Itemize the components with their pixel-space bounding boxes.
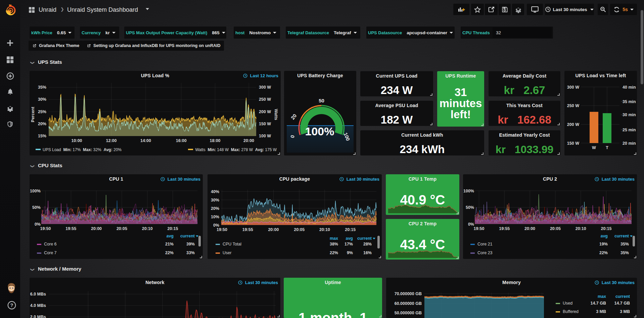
svg-text:40%: 40% (211, 189, 219, 194)
svg-text:max: max (330, 236, 338, 241)
svg-text:20:15: 20:15 (601, 226, 612, 231)
svg-text:39%: 39% (186, 242, 195, 246)
svg-text:Core 6: Core 6 (44, 242, 57, 246)
svg-text:22%: 22% (599, 251, 608, 255)
svg-text:100%: 100% (305, 125, 334, 138)
svg-text:33%: 33% (186, 251, 195, 255)
svg-text:20:00: 20:00 (91, 226, 102, 231)
svg-text:19%: 19% (599, 242, 608, 246)
svg-text:150 W: 150 W (259, 122, 271, 126)
svg-text:38%: 38% (330, 242, 338, 246)
svg-text:20:10: 20:10 (142, 226, 153, 231)
svg-text:50: 50 (319, 98, 324, 103)
svg-text:User: User (223, 251, 231, 255)
svg-text:20:00: 20:00 (524, 226, 535, 231)
svg-text:Used: Used (563, 301, 572, 306)
svg-text:14.7 GB: 14.7 GB (614, 301, 630, 306)
svg-text:200 W: 200 W (259, 109, 271, 114)
svg-text:2.0 MBs: 2.0 MBs (30, 315, 46, 318)
svg-text:current: current (614, 234, 629, 238)
svg-text:60.000000 GB: 60.000000 GB (395, 301, 422, 306)
svg-text:300 W: 300 W (567, 85, 579, 90)
svg-text:16%: 16% (363, 251, 372, 255)
svg-text:35 min: 35 min (623, 99, 636, 104)
svg-text:20:15: 20:15 (168, 226, 178, 231)
svg-text:20:05: 20:05 (294, 227, 305, 232)
svg-text:20 min: 20 min (623, 141, 636, 146)
svg-text:Core 7: Core 7 (44, 251, 57, 255)
svg-text:16:00: 16:00 (176, 138, 187, 143)
svg-text:20%: 20% (38, 122, 46, 126)
svg-text:20:10: 20:10 (319, 227, 330, 232)
svg-text:30%: 30% (211, 198, 219, 202)
svg-text:19:50: 19:50 (474, 226, 485, 231)
svg-text:15%: 15% (38, 134, 46, 138)
svg-text:20%: 20% (211, 206, 219, 211)
svg-text:10%: 10% (211, 215, 219, 219)
svg-text:35%: 35% (620, 242, 629, 246)
svg-text:max: max (598, 294, 606, 299)
svg-text:100 W: 100 W (259, 134, 271, 138)
svg-text:35%: 35% (38, 85, 46, 90)
svg-text:21%: 21% (165, 242, 174, 246)
svg-text:250 W: 250 W (567, 103, 579, 108)
svg-text:22%: 22% (165, 251, 174, 255)
svg-text:avg: avg (166, 234, 174, 238)
svg-text:Percent: Percent (31, 106, 35, 122)
svg-text:19:55: 19:55 (242, 227, 253, 232)
svg-text:3 MB: 3 MB (620, 309, 630, 314)
svg-text:28%: 28% (363, 242, 372, 246)
svg-text:current: current (357, 236, 372, 241)
svg-text:20: 20 (290, 113, 298, 121)
svg-text:6.0 MBs: 6.0 MBs (30, 292, 46, 297)
svg-text:0%: 0% (468, 222, 474, 227)
svg-text:14.7 GB: 14.7 GB (590, 301, 606, 306)
svg-text:Buffered: Buffered (563, 309, 579, 314)
svg-text:20:00: 20:00 (243, 138, 254, 143)
svg-text:17%: 17% (344, 242, 353, 246)
svg-text:avg: avg (346, 236, 353, 241)
svg-text:9%: 9% (347, 251, 353, 255)
svg-text:19:50: 19:50 (217, 227, 227, 232)
svg-text:100%: 100% (30, 189, 41, 193)
svg-text:30%: 30% (38, 97, 46, 102)
svg-text:CPU Total: CPU Total (223, 242, 241, 246)
svg-text:250 W: 250 W (259, 97, 271, 102)
svg-text:avg: avg (600, 234, 608, 238)
svg-text:150 W: 150 W (567, 141, 579, 146)
svg-text:current: current (615, 294, 630, 299)
svg-text:12:00: 12:00 (106, 138, 117, 143)
svg-text:50%: 50% (32, 205, 41, 210)
svg-text:20:10: 20:10 (576, 226, 586, 231)
svg-text:20:05: 20:05 (550, 226, 561, 231)
svg-text:Core 21: Core 21 (477, 242, 493, 246)
svg-text:40 min: 40 min (623, 85, 636, 90)
svg-text:T: T (606, 145, 608, 150)
svg-text:20:15: 20:15 (345, 227, 356, 232)
svg-text:50.000000 GB: 50.000000 GB (395, 311, 422, 315)
svg-text:22%: 22% (330, 251, 338, 255)
svg-text:19:50: 19:50 (40, 226, 51, 231)
svg-text:0%: 0% (35, 222, 41, 227)
svg-text:current: current (180, 234, 195, 238)
svg-text:10:00: 10:00 (72, 138, 82, 143)
svg-text:300 W: 300 W (259, 85, 271, 90)
svg-text:19:55: 19:55 (65, 226, 76, 231)
svg-text:0%: 0% (213, 223, 219, 228)
svg-text:35%: 35% (620, 251, 629, 255)
svg-text:20:05: 20:05 (117, 226, 127, 231)
svg-text:25%: 25% (38, 109, 46, 114)
svg-text:30 min: 30 min (623, 112, 636, 117)
svg-text:14:00: 14:00 (140, 138, 151, 143)
svg-text:Watts: Watts (274, 109, 278, 120)
svg-text:70.000000 GB: 70.000000 GB (395, 291, 422, 296)
svg-text:19:55: 19:55 (499, 226, 510, 231)
svg-text:3 MB: 3 MB (596, 309, 606, 314)
svg-text:?: ? (10, 303, 13, 308)
svg-text:25 min: 25 min (623, 128, 636, 132)
svg-text:20:00: 20:00 (268, 227, 279, 232)
svg-text:18:00: 18:00 (210, 138, 221, 143)
svg-text:100%: 100% (463, 189, 474, 193)
svg-text:4.0 MBs: 4.0 MBs (30, 303, 46, 308)
svg-text:W: W (592, 145, 596, 150)
